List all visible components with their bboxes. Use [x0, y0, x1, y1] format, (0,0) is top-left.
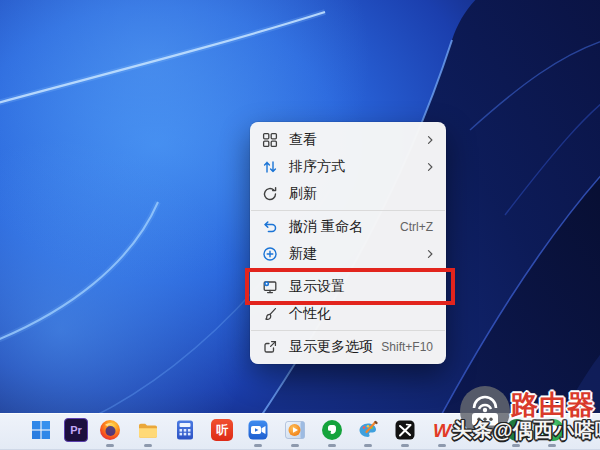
running-indicator	[512, 444, 520, 447]
more-options-icon	[262, 339, 278, 355]
menu-item-new[interactable]: 新建	[250, 240, 446, 267]
running-indicator	[291, 444, 299, 447]
taskbar-app-screen-recorder[interactable]	[246, 418, 270, 442]
menu-item-label: 新建	[289, 245, 418, 263]
menu-item-sort-by[interactable]: 排序方式	[250, 153, 446, 180]
menu-item-label: 刷新	[289, 185, 436, 203]
refresh-icon	[262, 186, 278, 202]
premiere-glyph: Pr	[70, 425, 82, 436]
menu-item-personalize[interactable]: 个性化	[250, 300, 446, 327]
taskbar-app-paint[interactable]	[356, 418, 380, 442]
submenu-chevron-icon	[424, 134, 436, 146]
desktop: 查看 排序方式 刷新	[0, 0, 600, 450]
running-indicator	[328, 444, 336, 447]
listen-app-icon: 听	[211, 419, 233, 441]
listen-glyph: 听	[216, 424, 228, 436]
paint-palette-icon	[357, 419, 379, 441]
submenu-chevron-icon	[424, 161, 436, 173]
taskbar-app-file-explorer[interactable]	[136, 418, 160, 442]
menu-item-shortcut: Ctrl+Z	[400, 220, 433, 234]
menu-item-shortcut: Shift+F10	[381, 340, 433, 354]
personalize-brush-icon	[262, 306, 278, 322]
menu-separator	[250, 207, 446, 213]
running-indicator	[106, 444, 114, 447]
capcut-icon	[394, 419, 416, 441]
taskbar-app-listen[interactable]: 听	[210, 418, 234, 442]
folder-icon	[137, 419, 159, 441]
running-indicator	[144, 444, 152, 447]
wps-glyph: W	[433, 421, 451, 440]
menu-item-show-more-options[interactable]: 显示更多选项 Shift+F10	[250, 333, 446, 360]
running-indicator	[364, 444, 372, 447]
menu-item-label: 个性化	[289, 305, 436, 323]
sort-arrows-icon	[262, 159, 278, 175]
menu-item-display-settings[interactable]: 显示设置	[250, 273, 446, 300]
undo-icon	[262, 219, 278, 235]
calculator-icon	[174, 419, 196, 441]
context-menu: 查看 排序方式 刷新	[250, 122, 446, 364]
menu-separator	[250, 327, 446, 333]
menu-item-label: 显示设置	[289, 278, 436, 296]
taskbar-app-evernote[interactable]	[320, 418, 344, 442]
taskbar-app-calculator[interactable]	[173, 418, 197, 442]
display-settings-icon	[262, 279, 278, 295]
new-plus-circle-icon	[262, 246, 278, 262]
menu-item-label: 查看	[289, 131, 418, 149]
menu-separator	[250, 267, 446, 273]
grid-view-icon	[262, 132, 278, 148]
taskbar-app-capcut[interactable]	[393, 418, 417, 442]
taskbar-app-media-player[interactable]	[283, 418, 307, 442]
start-button[interactable]	[29, 418, 53, 442]
firefox-icon	[99, 419, 121, 441]
windows-logo-icon	[30, 419, 52, 441]
taskbar-app-wps[interactable]: W	[430, 418, 454, 442]
submenu-chevron-icon	[424, 248, 436, 260]
taskbar-app-firefox[interactable]	[98, 418, 122, 442]
taskbar-app-premiere[interactable]: Pr	[64, 418, 88, 442]
evernote-icon	[321, 419, 343, 441]
menu-item-view[interactable]: 查看	[250, 126, 446, 153]
menu-item-refresh[interactable]: 刷新	[250, 180, 446, 207]
running-indicator	[401, 444, 409, 447]
screen-recorder-icon	[247, 419, 269, 441]
running-indicator	[548, 444, 556, 447]
menu-item-label: 排序方式	[289, 158, 418, 176]
menu-item-undo-rename[interactable]: 撤消 重命名 Ctrl+Z	[250, 213, 446, 240]
menu-item-label: 显示更多选项	[289, 338, 381, 356]
running-indicator	[254, 444, 262, 447]
wps-icon: W	[431, 419, 453, 441]
premiere-icon: Pr	[64, 418, 88, 442]
running-indicator	[438, 444, 446, 447]
toutiao-watermark-text: 头条@偶西小嗒嗒	[452, 417, 600, 444]
media-player-icon	[284, 419, 306, 441]
menu-item-label: 撤消 重命名	[289, 218, 400, 236]
